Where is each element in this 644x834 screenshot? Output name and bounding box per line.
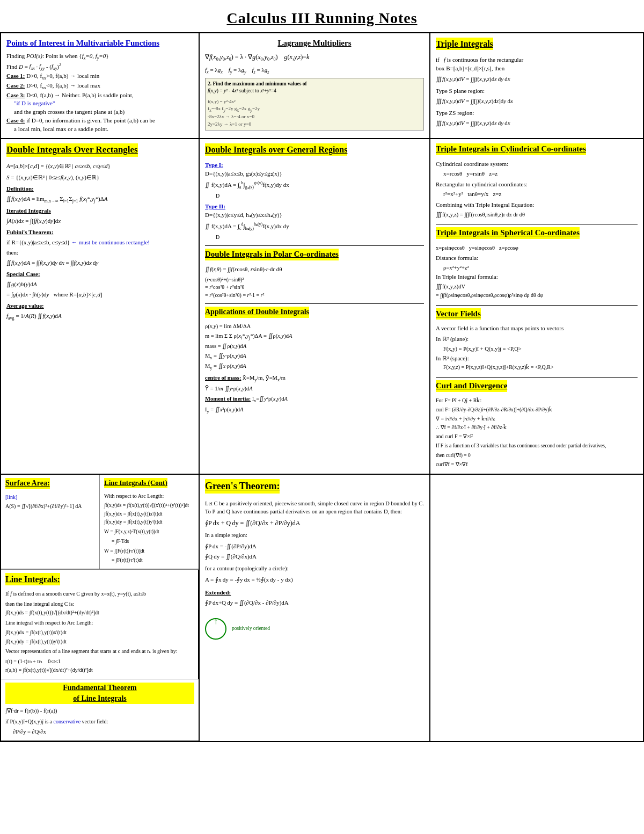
lagrange-example-work: f(x,y) = y²-4x² fx=-8x fy=2y gx=2x gy=2y… (208, 98, 421, 128)
avg-val-formula: favg = 1/A(R) ∬f(x,y)dA (6, 312, 193, 322)
type1-D: D (216, 192, 424, 200)
app-My: My = ∬x·ρ(x,y)dA (205, 362, 424, 372)
cyl-coord-sys: Cylindrical coordinate system: (436, 160, 638, 169)
app-ybar: Ȳ = 1/m ∬y·ρ(x,y)dA (205, 385, 424, 393)
sph-triple-label: In Triple Integral formula: (436, 273, 638, 281)
type2-label: Type II: (205, 202, 424, 211)
cyl-coord-eqs: x=rcosθ y=rsinθ z=z (443, 170, 638, 178)
spherical-section: Triple Integrals in Spherical Co-ordinat… (436, 224, 638, 300)
curl-theorem: If F is a function of 3 variables that h… (436, 443, 638, 450)
row1-grid: Points of Interest in Multivariable Func… (0, 32, 644, 139)
line-cont-heading: Line Integrals (Cont) (104, 478, 167, 488)
line-int-cont-cell: Line Integrals (Cont) With respect to Ar… (100, 475, 199, 569)
vf-R3-eq: F(x,y,z) = P(x,y,z)î+Q(x,y,z)ĵ+R(x,y,z)k… (443, 364, 638, 372)
app-mass-limit: m = lim Σ Σ ρ(xi*,yj*)ΔA = ∬ρ(x,y)dA (205, 332, 424, 342)
fund-theorem-conservative: if P(x,y)î+Q(x,y)ĵ is a conservative vec… (5, 718, 194, 726)
nabla-eq: ∇ = î·∂/∂x + ĵ·∂/∂y + k̂·∂/∂z (436, 415, 638, 423)
sph-dist-label: Distance formula: (436, 254, 638, 263)
greens-arrow-icon: ↑ (214, 615, 218, 627)
polar-derivation: (r·cosθ)²+(r·sinθ)² = r²cos²θ + r²sin²θ … (205, 276, 424, 300)
cyl-rect-eqs: r²=x²+y² tanθ=y/x z=z (443, 190, 638, 199)
line-cont-W3: W = ∫[F(r(t))·r'(t)]dt (104, 548, 194, 555)
double-general-cell: Double Integrals over General Regions Ty… (200, 139, 430, 475)
surface-area-heading: Surface Area: (5, 478, 50, 489)
curl-formula: curl F= (∂R/∂y-∂Q/∂z)î+(∂P/∂z-∂R/∂x)ĵ+(∂… (436, 407, 638, 414)
greens-simple: In a simple region: (205, 531, 424, 539)
double-general-heading: Double Integrals over General Regions (205, 143, 347, 156)
double-rect-heading: Double Integrals Over Rectangles (6, 143, 138, 157)
line-int-heading: Line Integrals: (5, 573, 60, 585)
curl-for: For F= Pî + Qĵ + Rk̂: (436, 397, 638, 405)
poi-case1: Case 1: D>0, fxx>0, f(a,b) → local min (6, 72, 193, 82)
curl-div-heading: Curl and Divergence (436, 380, 507, 392)
row3-col3 (430, 475, 644, 742)
poi-case4: Case 4: if D=0, no information is given.… (6, 117, 193, 125)
triple-typeZS-formula: ∭f(x,y,z)dV = ∫∫∫f(x,y,z)dz dy dx (436, 119, 638, 128)
type2-def: D={(x,y)|c≤y≤d, h₁(y)≤x≤h₂(y)} (205, 211, 424, 220)
greens-area: A = ∮x dy = -∮y dx = ½∮(x dy - y dx) (205, 576, 424, 584)
poi-case3-detail: and the graph crosses the tangent plane … (14, 108, 193, 117)
cyl-rect-label: Rectangular to cylindrical coordinates: (436, 180, 638, 189)
type1-label: Type I: (205, 161, 424, 170)
poi-case2: Case 2: D>0, fxx<0, f(a,b) → local max (6, 82, 193, 91)
placeholder-note (436, 479, 638, 487)
polar-section: Double Integrals in Polar Co-ordinates ∬… (205, 245, 424, 299)
vf-R2-label: In ℝ² (plane): (436, 335, 638, 344)
lagrange-cell: Lagrange Multipliers ∇f(x0,y0,z0) = λ · … (200, 33, 430, 139)
surface-linecont-grid: Surface Area: [link] A(S) = ∬√[(∂f/∂x)²+… (1, 475, 199, 570)
surface-area-formula: A(S) = ∬√[(∂f/∂x)²+(∂f/∂y)²+1] dA (5, 503, 95, 511)
type2-D: D (216, 234, 424, 242)
special-case-formula: ∬g(x)h(y)dA (6, 280, 193, 289)
greens-circle-diagram: ↑ (205, 618, 226, 640)
greens-theorem-cell: Green's Theorem: Let C be a positively o… (200, 475, 430, 742)
triple-if: if f is continuous for the rectangular (436, 56, 638, 64)
line-int-arc-y: ∫f(x,y)dy = ∫f(x(t),y(t))y'(t)dt (5, 638, 194, 646)
type1-def: D={(x,y)|a≤x≤b, g₁(x)≤y≤g₂(x)} (205, 170, 424, 178)
row3-grid: Surface Area: [link] A(S) = ∬√[(∂f/∂x)²+… (0, 475, 644, 742)
line-int-final: r(a,b) = ∫f(x(t),y(t))√[(dx/dt)²+(dy/dt)… (5, 666, 194, 675)
poi-case4-detail: a local min, local max or a saddle point… (14, 125, 193, 134)
app-density: ρ(x,y) = lim ΔM/ΔA (205, 322, 424, 330)
polar-formula: ∬f(r,θ) = ∫∫f(rcosθ, rsinθ)·r·dr dθ (205, 265, 424, 274)
line-cont-f1: ∫f(x,y)ds = ∫f(x(t),y(t))√[(x'(t))²+(y'(… (104, 502, 194, 510)
greens-diagram: ↑ positively oriented (205, 618, 424, 640)
sph-triple1: ∭f(x,y,z)dV (436, 282, 638, 291)
line-int-arc-x: ∫f(x,y)dx = ∫f(x(t),y(t))x'(t)dt (5, 629, 194, 637)
curl-theorem2: then curl(∇f) = 0 (436, 452, 638, 460)
curl-cross: and curl F = ∇×F (436, 433, 638, 441)
greens-formula: ∮P dx + Q dy = ∬(∂Q/∂x + ∂P/∂y)dA (205, 519, 424, 528)
cylindrical-heading: Triple Integrals in Cylindrical Co-ordin… (436, 143, 586, 155)
greens-Qdy: ∮Q dy = ∬(∂Q/∂x)dA (205, 553, 424, 561)
triple-cylindrical-cell: Triple Integrals in Cylindrical Co-ordin… (430, 139, 644, 475)
row3-col1: Surface Area: [link] A(S) = ∬√[(∂f/∂x)²+… (1, 475, 200, 742)
iterated-label: Iterated Integrals (6, 207, 193, 215)
vector-fields-heading: Vector Fields (436, 308, 481, 320)
app-mass: mass = ∬ρ(x,y)dA (205, 342, 424, 350)
type1-formula: ∬ f(x,y)dA = ∫ab∫g₁(x)g₂(x)f(x,y)dy dx (205, 180, 424, 190)
poi-line2: Find D = fxx · fyy - (fxy)2 (6, 62, 193, 72)
row2-grid: Double Integrals Over Rectangles A=[a,b]… (0, 139, 644, 475)
fubini-label: Fubini's Theorem: (6, 228, 193, 237)
fubini-condition: if R={(x,y)|a≤x≤b, c≤y≤d} ← must be cont… (6, 238, 193, 247)
fubini-then: then: (6, 249, 193, 257)
sph-eqs: x=ρsinφcosθ y=sinφcosθ z=ρcosφ (436, 244, 638, 252)
triple-integrals-cell: Triple Integrals if f is continuous for … (430, 33, 644, 139)
app-Iy: Iy = ∬x²ρ(x,y)dA (205, 405, 424, 415)
curl-nabla: curl∇f = ∇×∇f (436, 461, 638, 469)
iterated-formula: ∫A(x)dx = ∫[∫f(x,y)dy]dx (6, 217, 193, 226)
poi-case3: Case 3: D<0, f(a,b) → Neither. P(a,b) is… (6, 91, 193, 100)
greens-positively-oriented: positively oriented (232, 625, 270, 633)
avg-val-label: Average value: (6, 302, 193, 310)
greens-desc: Let C be a positively oriented, piecewis… (205, 499, 424, 516)
fund-theorem-heading: Fundamental Theoremof Line Integrals (5, 683, 194, 705)
poi-line1: Finding POI(s): Point is when {fx=0, fy=… (6, 52, 193, 62)
double-rect-defn-label: Definition: (6, 185, 193, 193)
fund-theorem-cell: Fundamental Theoremof Line Integrals ∫∇f… (1, 679, 199, 742)
special-case-label: Special Case: (6, 270, 193, 279)
triple-typeS-formula: ∭f(x,y,z)dV = ∫∫[∫f(x,y,z)dz]dy dx (436, 97, 638, 106)
spherical-heading: Triple Integrals in Spherical Co-ordinat… (436, 227, 580, 239)
line-int-f1: ∫f(x,y)ds = ∫f(x(t),y(t))√[(dx/dt)²+(dy/… (5, 609, 194, 617)
grad-f: ∴ ∇f = ∂f/∂x·î + ∂f/∂y·ĵ + ∂f/∂z·k̂ (436, 424, 638, 432)
applications-heading: Applications of Double Integrals (205, 307, 309, 317)
polar-heading: Double Integrals in Polar Co-ordinates (205, 249, 339, 260)
